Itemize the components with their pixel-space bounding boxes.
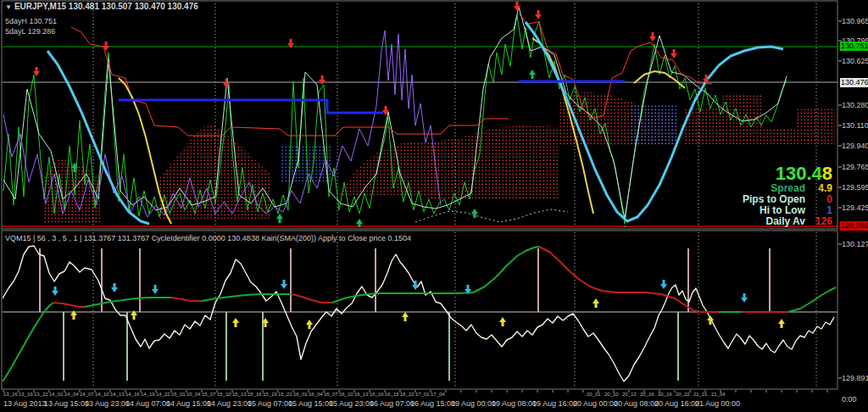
sell-arrow-icon (152, 285, 159, 294)
minor-time-label: 16_16 (370, 392, 384, 397)
price-tick-label: 130.965 (842, 17, 868, 25)
date-time-label: 14 Aug 15:00 (166, 399, 211, 408)
axis-corner-label: 0:00 (842, 395, 857, 404)
date-time-label: 20 Aug 00:00 (573, 399, 618, 408)
price-tick-label: 130.280 (842, 101, 868, 109)
minor-time-label: 13_16 (3, 392, 18, 397)
buy-arrow-icon (499, 317, 506, 326)
date-time-label: 13 Aug 2013 (3, 399, 47, 408)
cycle-red-4 (539, 247, 719, 312)
sell-arrow-icon (52, 287, 58, 296)
sell-arrow-icon (412, 281, 419, 290)
kijun-blue-left (119, 100, 383, 113)
date-time-label: 14 Aug 07:00 (125, 399, 170, 408)
chart-canvas[interactable] (0, 0, 868, 412)
price-tick-label: 129.940 (842, 142, 868, 150)
minor-time-label: 20_10 (604, 392, 619, 397)
time-axis[interactable]: 13_1613_1913_2214_0114_0414_0714_1014_13… (0, 389, 839, 412)
main-chart-drawing (3, 2, 837, 235)
buy-arrow-icon (306, 320, 313, 329)
minor-time-label: 20_13 (622, 392, 637, 397)
minor-time-label: 15_01 (171, 392, 186, 397)
chart-title: ▼EURJPY,M15 130.481 130.507 130.470 130.… (5, 2, 198, 11)
indicator-info-row: Daily Av126 (743, 216, 832, 227)
minor-time-label: 17_01 (415, 392, 430, 397)
mt4-chart-window: ▼EURJPY,M15 130.481 130.507 130.470 130.… (0, 0, 868, 412)
minor-time-label: 15_04 (186, 392, 201, 397)
minor-time-label: 16_22 (400, 392, 415, 397)
date-time-label: 19 Aug 08:00 (492, 399, 537, 408)
date-time-label: 13 Aug 23:00 (85, 399, 130, 408)
minor-time-label: 13_22 (34, 392, 48, 397)
buy-arrow-icon (276, 214, 283, 223)
date-time-label: 16 Aug 07:00 (370, 399, 415, 408)
five-day-high-label: 5dayH 130.751 (5, 17, 57, 25)
cycle-green-1 (3, 303, 53, 381)
date-time-label: 19 Aug 00:00 (451, 399, 496, 408)
date-time-label: 16 Aug 15:00 (410, 399, 455, 408)
minor-time-label: 20_19 (658, 392, 672, 397)
indicator-header: VQM15 | 56 , 3 , 5 , 1 | 131.3767 131.37… (5, 234, 411, 242)
date-time-label: 20 Aug 16:00 (654, 399, 699, 408)
date-time-label: 21 Aug 00:00 (695, 399, 740, 408)
cycle-red-1 (53, 303, 85, 307)
minor-time-label: 14_10 (95, 392, 109, 397)
cycle-green-6 (788, 287, 836, 312)
sell-arrow-icon (281, 280, 287, 289)
cycle-green-4 (332, 247, 539, 303)
sell-arrow-icon (103, 42, 109, 51)
minor-time-label: 20_22 (676, 392, 690, 397)
date-time-label: 14 Aug 23:00 (207, 399, 252, 408)
price-tick-label: 129.595 (842, 183, 868, 192)
date-time-label: 15 Aug 07:00 (248, 399, 292, 408)
sell-arrow-icon (535, 10, 542, 19)
info-label: Pips to Open (743, 193, 805, 205)
minor-time-label: 21_04 (711, 392, 726, 397)
minor-time-label: 21_01 (693, 392, 708, 397)
price-info-overlay: 130.48 Spread4.9Pips to Open0Hi to Low1D… (743, 164, 832, 227)
cycle-red-2 (171, 298, 202, 301)
minor-time-label: 15_22 (278, 392, 292, 397)
price-highlight-badge: 130.751 (840, 42, 868, 51)
collapse-triangle-icon[interactable]: ▼ (5, 3, 12, 11)
date-time-label: 13 Aug 15:00 (44, 399, 89, 408)
sell-arrow-icon (660, 280, 667, 289)
minor-time-label: 14_22 (156, 392, 170, 397)
minor-time-label: 16_19 (385, 392, 399, 397)
five-day-low-label: 5dayL 129.286 (5, 27, 55, 36)
cycle-green-2 (85, 298, 171, 307)
current-price-display: 130.48 (743, 164, 832, 183)
minor-time-label: 14_07 (80, 392, 94, 397)
price-tick-label: 130.625 (842, 57, 868, 65)
minor-time-label: 14_04 (64, 392, 79, 397)
cycle-red-3 (292, 294, 332, 303)
minor-time-label: 15_07 (202, 392, 216, 397)
sell-arrow-icon (649, 32, 656, 42)
date-time-label: 19 Aug 16:00 (532, 399, 577, 408)
minor-time-label: 14_19 (141, 392, 155, 397)
minor-time-label: 20_01 (587, 392, 601, 397)
date-time-label: 15 Aug 15:00 (288, 399, 333, 408)
buy-arrow-icon (593, 298, 599, 308)
price-tick-label: 129.425 (842, 203, 868, 212)
indicator-tick-label: 130.1277 (842, 240, 868, 248)
buy-arrow-icon (529, 70, 536, 79)
minor-time-label: 14_13 (110, 392, 125, 397)
buy-arrow-icon (402, 312, 409, 321)
date-time-label: 20 Aug 08:00 (614, 399, 659, 408)
info-label: Spread (771, 182, 805, 194)
indicator-tick-label: 129.8917 (842, 374, 868, 382)
date-time-label: 15 Aug 23:00 (329, 399, 374, 408)
minor-time-label: 14_01 (49, 392, 64, 397)
minor-time-label: 20_16 (640, 392, 654, 397)
buy-arrow-icon (232, 318, 239, 327)
minor-time-label: 16_04 (309, 392, 323, 397)
minor-time-label: 15_10 (217, 392, 231, 397)
price-axis[interactable]: 130.965130.795130.625130.280130.110129.9… (840, 0, 868, 412)
minor-time-label: 15_19 (263, 392, 277, 397)
minor-time-label: 15_16 (248, 392, 262, 397)
buy-arrow-icon (778, 319, 785, 328)
price-highlight-badge: 129.286 (840, 221, 868, 231)
price-tick-label: 129.765 (842, 163, 868, 171)
minor-time-label: 16_13 (354, 392, 369, 397)
